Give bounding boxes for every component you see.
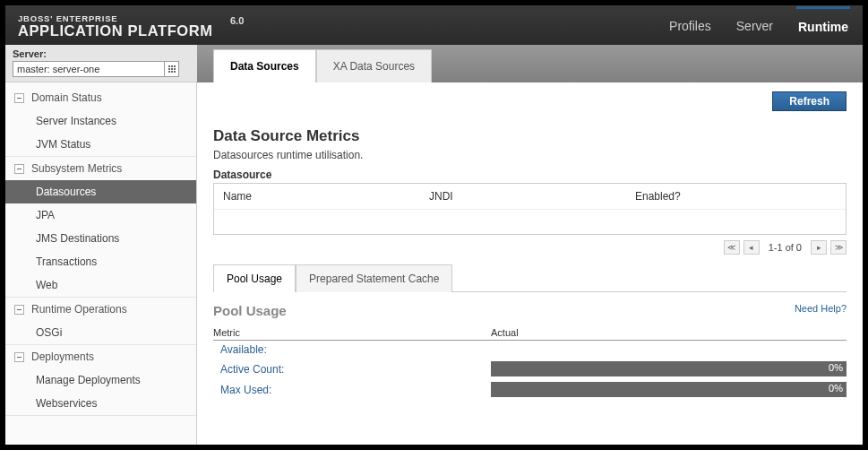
tab-prepared-statement-cache[interactable]: Prepared Statement Cache bbox=[296, 264, 452, 292]
metric-max-label: Max Used: bbox=[213, 384, 491, 396]
sidebar: Domain Status Server Instances JVM Statu… bbox=[5, 82, 197, 445]
svg-rect-3 bbox=[171, 65, 173, 67]
metric-col-metric: Metric bbox=[213, 327, 491, 338]
metric-active-label: Active Count: bbox=[213, 363, 491, 376]
top-header: JBOSS' ENTERPRISE APPLICATION PLATFORM 6… bbox=[5, 5, 863, 45]
svg-text:APPLICATION PLATFORM: APPLICATION PLATFORM bbox=[18, 22, 213, 39]
nav-runtime[interactable]: Runtime bbox=[796, 6, 850, 44]
top-nav: Profiles Server Runtime bbox=[667, 5, 850, 45]
tab-pool-usage[interactable]: Pool Usage bbox=[213, 264, 296, 292]
sidebar-group-deployments[interactable]: Deployments bbox=[5, 345, 196, 368]
table-body-empty bbox=[214, 209, 846, 234]
sidebar-item-jvm-status[interactable]: JVM Status bbox=[5, 133, 196, 156]
sidebar-item-osgi[interactable]: OSGi bbox=[5, 321, 196, 344]
nav-profiles[interactable]: Profiles bbox=[667, 8, 713, 43]
svg-rect-7 bbox=[174, 68, 176, 70]
pager-next-icon[interactable]: ▸ bbox=[811, 240, 827, 255]
svg-rect-8 bbox=[168, 71, 170, 73]
pager-text: 1-1 of 0 bbox=[769, 242, 802, 253]
content-area: Refresh Data Source Metrics Datasources … bbox=[197, 82, 863, 445]
collapse-icon bbox=[14, 93, 24, 103]
server-value: master: server-one bbox=[13, 64, 164, 74]
svg-rect-10 bbox=[174, 71, 176, 73]
sidebar-item-manage-deployments[interactable]: Manage Deployments bbox=[5, 368, 196, 392]
server-selector[interactable]: master: server-one bbox=[13, 61, 179, 77]
pager: ≪ ◂ 1-1 of 0 ▸ ≫ bbox=[213, 235, 847, 264]
tab-xa-data-sources[interactable]: XA Data Sources bbox=[316, 49, 432, 82]
metric-active-pct: 0% bbox=[829, 362, 843, 373]
tab-data-sources[interactable]: Data Sources bbox=[213, 49, 316, 82]
svg-rect-5 bbox=[168, 68, 170, 70]
metric-available-label: Available: bbox=[213, 343, 491, 356]
sidebar-item-datasources[interactable]: Datasources bbox=[5, 180, 196, 203]
metric-col-actual: Actual bbox=[491, 327, 847, 338]
page-description: Datasources runtime utilisation. bbox=[213, 149, 847, 161]
svg-rect-2 bbox=[168, 65, 170, 67]
collapse-icon bbox=[14, 352, 24, 362]
sidebar-group-domain-status[interactable]: Domain Status bbox=[5, 86, 196, 109]
pager-last-icon[interactable]: ≫ bbox=[830, 240, 847, 255]
col-name: Name bbox=[223, 190, 429, 203]
datasource-table: Name JNDI Enabled? bbox=[213, 183, 847, 235]
brand-logo: JBOSS' ENTERPRISE APPLICATION PLATFORM 6… bbox=[18, 12, 244, 39]
sidebar-item-jpa[interactable]: JPA bbox=[5, 203, 196, 227]
sidebar-item-webservices[interactable]: Webservices bbox=[5, 392, 196, 415]
svg-rect-6 bbox=[171, 68, 173, 70]
pager-prev-icon[interactable]: ◂ bbox=[743, 240, 760, 255]
svg-rect-9 bbox=[171, 71, 173, 73]
refresh-button[interactable]: Refresh bbox=[772, 91, 847, 111]
collapse-icon bbox=[14, 164, 24, 174]
nav-server[interactable]: Server bbox=[735, 8, 775, 43]
server-label: Server: bbox=[13, 48, 190, 59]
sidebar-item-server-instances[interactable]: Server Instances bbox=[5, 109, 196, 133]
dropdown-icon bbox=[164, 62, 178, 76]
sidebar-item-jms[interactable]: JMS Destinations bbox=[5, 227, 196, 250]
pager-first-icon[interactable]: ≪ bbox=[724, 240, 740, 255]
pool-usage-title: Pool Usage bbox=[213, 303, 847, 318]
need-help-link[interactable]: Need Help? bbox=[795, 303, 847, 314]
datasource-label: Datasource bbox=[213, 169, 847, 181]
sidebar-item-transactions[interactable]: Transactions bbox=[5, 250, 196, 273]
sidebar-group-runtime-ops[interactable]: Runtime Operations bbox=[5, 298, 196, 321]
collapse-icon bbox=[14, 305, 24, 315]
sidebar-item-web[interactable]: Web bbox=[5, 273, 196, 297]
col-jndi: JNDI bbox=[429, 190, 635, 203]
metric-active-bar: 0% bbox=[491, 361, 847, 376]
metric-max-pct: 0% bbox=[829, 383, 843, 394]
svg-rect-4 bbox=[174, 65, 176, 67]
metric-max-bar: 0% bbox=[491, 382, 847, 397]
col-enabled: Enabled? bbox=[635, 190, 837, 203]
brand-version: 6.0 bbox=[230, 15, 244, 26]
sub-header: Server: master: server-one Data Sources … bbox=[5, 45, 863, 82]
sidebar-group-subsystem-metrics[interactable]: Subsystem Metrics bbox=[5, 157, 196, 180]
page-title: Data Source Metrics bbox=[213, 127, 847, 145]
